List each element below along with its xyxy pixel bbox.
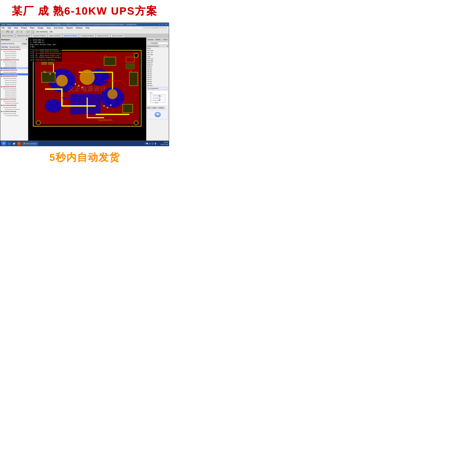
manu-btn[interactable]: Manu... bbox=[152, 107, 158, 109]
tree-src5[interactable]: Source Documents bbox=[0, 88, 28, 90]
tab-sheet1[interactable]: Sheet1.SCHDOC bbox=[1, 34, 15, 37]
menu-file[interactable]: File bbox=[1, 27, 5, 29]
tab-02530018[interactable]: 02530018.PCBDOC bbox=[16, 34, 32, 37]
tree-src7[interactable]: Source Documents bbox=[0, 106, 28, 108]
libraries-btn[interactable]: Libraries... bbox=[155, 39, 162, 40]
comp-sw9p[interactable]: SW-9P bbox=[146, 83, 169, 85]
tab-02530100[interactable]: 0253100.PCBDOC bbox=[32, 34, 47, 37]
menu-place[interactable]: Place bbox=[29, 27, 35, 29]
tab-0253201a[interactable]: 0253201A.PCBDOC bbox=[62, 34, 79, 37]
panel-options-btn[interactable]: ▼ bbox=[26, 39, 27, 41]
toolbar-undo[interactable]: ↩ bbox=[16, 31, 19, 33]
taskbar-explorer[interactable]: 📁 bbox=[12, 141, 16, 146]
search-btn[interactable]: Search... bbox=[163, 39, 169, 40]
project-btn[interactable]: Project bbox=[22, 43, 27, 45]
tree-sheet2b[interactable]: Sheet2.SCHDOC bbox=[0, 65, 28, 67]
comp-sw10p[interactable]: SW-10P bbox=[146, 85, 169, 87]
tree-d0253101p[interactable]: ▶ D0253101P.PRJPCB bbox=[0, 69, 28, 71]
canvas-area[interactable]: CONFIDENTIAL U1 T1 U2 x: 26345.000 mil y… bbox=[28, 38, 146, 141]
tree-sheet2c[interactable]: Sheet2.SCHDOC bbox=[0, 82, 28, 84]
tree-sheet1d[interactable]: Sheet1.SCHDOC bbox=[0, 90, 28, 92]
tree-src1[interactable]: Source Documents bbox=[0, 51, 28, 53]
tree-src8[interactable]: Source Documents bbox=[0, 113, 28, 115]
comp-sw8p[interactable]: SW-8P bbox=[146, 80, 169, 83]
tab-sheet1b[interactable]: Sheet1.SCHDOC bbox=[48, 34, 62, 37]
tree-0253201a[interactable]: ▶ 0253201A.PRJPCB bbox=[0, 98, 28, 100]
tree-d0253202p[interactable]: ▶ D0253202P.PRJPCB bbox=[0, 75, 28, 77]
comp-sw3p[interactable]: SW-3P bbox=[146, 70, 169, 72]
component-filter[interactable] bbox=[147, 42, 168, 45]
comp-ket8x8[interactable]: KET 8x8 bbox=[146, 53, 169, 56]
comp-sw6p[interactable]: SW-6P bbox=[146, 76, 169, 78]
tree-src4[interactable]: Source Documents bbox=[0, 77, 28, 80]
struct-view-btn[interactable]: Structure Editor bbox=[9, 46, 20, 48]
menu-help[interactable]: Help bbox=[85, 27, 90, 29]
comp-mts10x[interactable]: MTS-10x bbox=[146, 58, 169, 60]
tree-1171000a-pcb[interactable]: 1171000A.PCBDOC bbox=[0, 115, 28, 117]
toolbar-zoomin[interactable]: 🔍+ bbox=[25, 31, 30, 33]
comp-sw7p[interactable]: SW-7P bbox=[146, 78, 169, 80]
tree-d117100a[interactable]: ▶ D117100A.PRJPCB bbox=[0, 104, 28, 106]
comp-5sw1p[interactable]: 5SW-1P bbox=[146, 62, 169, 64]
menu-view[interactable]: View bbox=[13, 27, 19, 29]
comp-pb6148l[interactable]: PB6148L bbox=[146, 60, 169, 62]
comp-ket7x7[interactable]: KET 7x7 bbox=[146, 51, 169, 53]
comp-l5w[interactable]: L5W bbox=[146, 56, 169, 58]
file-view-btn[interactable]: File View bbox=[1, 46, 8, 48]
menu-project[interactable]: Project bbox=[20, 27, 27, 29]
tree-02530001p[interactable]: ▶ 02530001P[10K].PRJPCB bbox=[0, 49, 28, 51]
tree-02530100[interactable]: ▶ 02530100.PRJPCB bbox=[0, 86, 28, 88]
tray-battery[interactable]: 🔋 bbox=[154, 143, 156, 145]
tree-sheet4d[interactable]: Sheet4.SCHDOC bbox=[0, 96, 28, 98]
tree-0253201a-pcb[interactable]: 0253201A.PCBDOC bbox=[0, 102, 28, 104]
taskbar-app-altium[interactable]: A Altium Designer bbox=[22, 141, 38, 146]
tab-1171000a[interactable]: 1171000A.PCBDOC bbox=[79, 34, 95, 37]
comp-ec11[interactable]: EC11 bbox=[146, 47, 169, 50]
sup-btn[interactable]: Sup... bbox=[147, 107, 152, 109]
menu-autoroute[interactable]: Auto Route bbox=[53, 27, 64, 29]
comp-sw5p[interactable]: SW-5P bbox=[146, 74, 169, 76]
tree-02530018[interactable]: ▶ 02530018.PRJPCB bbox=[0, 67, 28, 69]
tab-steps2[interactable]: steps2.SCHDOC bbox=[110, 34, 124, 37]
tree-sheet1b[interactable]: Sheet1.SCHDOC bbox=[0, 63, 28, 65]
menu-tools[interactable]: Tools bbox=[46, 27, 51, 29]
descip-btn[interactable]: Descip... bbox=[158, 107, 165, 109]
tree-steps2[interactable]: steps2.SCHDOC bbox=[0, 57, 28, 59]
tray-a-icon[interactable]: 🅐 bbox=[146, 143, 148, 145]
tree-src6[interactable]: Source Documents bbox=[0, 100, 28, 102]
toolbar-print[interactable]: 🖨 bbox=[10, 31, 14, 33]
tree-src2[interactable]: Source Documents bbox=[0, 61, 28, 63]
close-btn[interactable]: ✕ bbox=[165, 24, 168, 26]
tree-sheet2[interactable]: Sheet2.SCHDOC bbox=[0, 55, 28, 57]
minimize-btn[interactable]: ─ bbox=[158, 24, 160, 26]
tray-s[interactable]: S bbox=[145, 143, 146, 145]
tree-sheet1c[interactable]: Sheet1.SCHDOC bbox=[0, 80, 28, 82]
menu-window[interactable]: Window bbox=[75, 27, 83, 29]
menu-reports[interactable]: Reports bbox=[66, 27, 73, 29]
tree-02388000p[interactable]: ▶ 0238800P[6K].PRJPCB bbox=[0, 59, 28, 61]
comp-sw1p[interactable]: SW-1P bbox=[146, 66, 169, 68]
comp-5sw1p-b[interactable]: 5SW-1P bbox=[146, 64, 169, 66]
taskbar-altium[interactable]: A bbox=[17, 141, 21, 146]
tree-d0253201a[interactable]: D0253201A.PCBDOC bbox=[0, 108, 28, 110]
menu-edit[interactable]: Edit bbox=[7, 27, 12, 29]
tray-network[interactable]: 🌐 bbox=[152, 143, 154, 145]
tree-sheet3c[interactable]: Sheet3.SCHDOC bbox=[0, 84, 28, 86]
tree-1171000a[interactable]: ▶ 1171000A.PRJPCB bbox=[0, 110, 28, 113]
comp-sw4p[interactable]: SW-4P bbox=[146, 72, 169, 74]
maximize-btn[interactable]: □ bbox=[161, 24, 164, 26]
start-button[interactable]: ⊞ bbox=[1, 141, 6, 146]
tree-sheet3d[interactable]: Sheet3.SCHDOC bbox=[0, 94, 28, 96]
taskbar-ie[interactable]: 🌐 bbox=[7, 141, 11, 146]
toolbar-open[interactable]: 📂 bbox=[1, 31, 5, 33]
tree-sheet2d[interactable]: Sheet2.SCHDOC bbox=[0, 92, 28, 94]
menu-design[interactable]: Design bbox=[37, 27, 44, 29]
tree-d0253101p-pcb[interactable]: D0253101P.PCBDOC bbox=[0, 73, 28, 75]
toolbar-save[interactable]: 💾 bbox=[6, 31, 10, 33]
tray-speaker[interactable]: 🔊 bbox=[149, 143, 151, 145]
toolbar-redo[interactable]: ↪ bbox=[20, 31, 23, 33]
tree-sheet1[interactable]: Sheet1.SCHDOC bbox=[0, 53, 28, 55]
tab-sheet2[interactable]: Sheet2.SCHDOC bbox=[96, 34, 110, 37]
comp-sw2p[interactable]: SW-2P bbox=[146, 68, 169, 70]
comp-kcd101[interactable]: KCD-101 bbox=[146, 50, 169, 51]
